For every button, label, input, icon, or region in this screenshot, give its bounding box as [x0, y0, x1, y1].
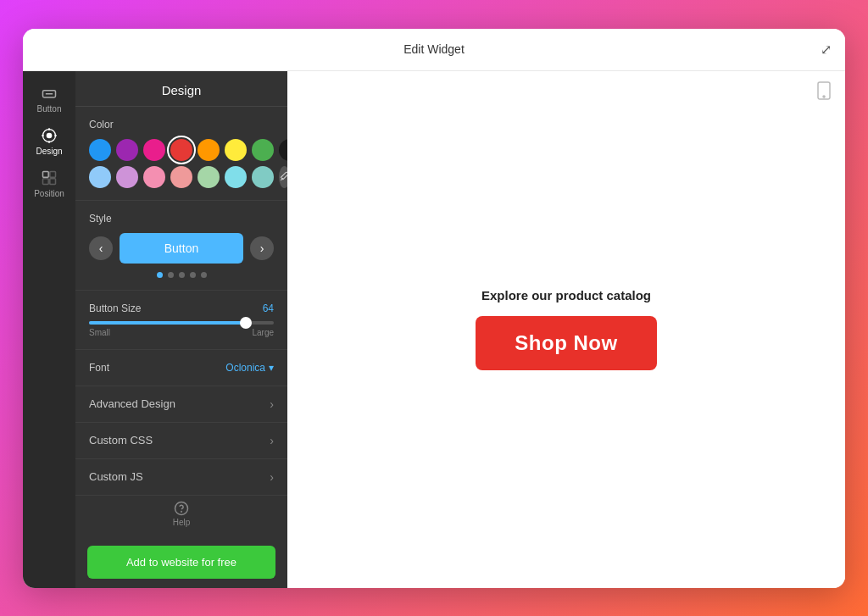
advanced-design-label: Advanced Design	[89, 397, 175, 410]
slider-thumb[interactable]	[240, 317, 252, 329]
font-name: Oclonica	[225, 362, 265, 374]
swatch-light-blue[interactable]	[89, 166, 111, 188]
carousel-next-button[interactable]: ›	[250, 236, 274, 260]
carousel-dots	[89, 272, 274, 278]
help-label: Help	[173, 518, 191, 527]
svg-point-5	[48, 141, 51, 143]
dot-4	[190, 272, 196, 278]
size-slider[interactable]	[89, 321, 274, 325]
button-size-section: Button Size 64 Small Large	[75, 291, 287, 350]
style-carousel: ‹ Button ›	[89, 233, 274, 264]
custom-js-row[interactable]: Custom JS ›	[75, 459, 287, 496]
advanced-design-row[interactable]: Advanced Design ›	[75, 386, 287, 423]
custom-css-label: Custom CSS	[89, 434, 153, 447]
svg-point-14	[181, 511, 182, 512]
style-label: Style	[89, 213, 274, 225]
swatch-black[interactable]	[279, 139, 287, 161]
swatch-purple[interactable]	[116, 139, 138, 161]
sidebar-item-design[interactable]: Design	[23, 120, 75, 163]
svg-point-7	[54, 134, 57, 136]
design-panel: Design Color	[75, 71, 287, 588]
panel-header: Design	[75, 71, 287, 107]
font-chevron: ▾	[269, 362, 274, 374]
color-row-2	[89, 166, 274, 188]
svg-rect-8	[43, 171, 49, 177]
swatch-light-cyan[interactable]	[225, 166, 247, 188]
swatch-pink[interactable]	[143, 139, 165, 161]
color-grid	[89, 139, 274, 188]
button-label: Button	[37, 104, 62, 114]
custom-css-row[interactable]: Custom CSS ›	[75, 423, 287, 459]
font-label: Font	[89, 362, 109, 374]
preview-label: Explore our product catalog	[481, 288, 651, 302]
carousel-prev-button[interactable]: ‹	[89, 236, 113, 260]
color-section: Color	[75, 107, 287, 201]
svg-rect-9	[50, 171, 56, 177]
design-label: Design	[36, 147, 62, 156]
button-size-value: 64	[263, 302, 274, 314]
mobile-icon[interactable]	[816, 81, 832, 104]
sidebar-item-position[interactable]: Position	[23, 163, 75, 205]
swatch-light-purple[interactable]	[116, 166, 138, 188]
swatch-yellow[interactable]	[225, 139, 247, 161]
main-window: Edit Widget ⤢ Button	[23, 29, 845, 588]
eyedropper-button[interactable]	[279, 166, 287, 188]
slider-large-label: Large	[252, 328, 274, 337]
custom-js-chevron: ›	[270, 470, 274, 484]
title-bar: Edit Widget ⤢	[23, 29, 845, 71]
swatch-blue[interactable]	[89, 139, 111, 161]
swatch-green[interactable]	[252, 139, 274, 161]
style-section: Style ‹ Button ›	[75, 201, 287, 291]
size-row: Button Size 64	[89, 302, 274, 314]
preview-shop-now-button[interactable]: Shop Now	[476, 316, 656, 370]
swatch-light-pink[interactable]	[143, 166, 165, 188]
slider-labels: Small Large	[89, 328, 274, 337]
swatch-light-green[interactable]	[198, 166, 220, 188]
font-section: Font Oclonica ▾	[75, 350, 287, 386]
add-to-website-button[interactable]: Add to website for free	[87, 546, 275, 579]
button-size-label: Button Size	[89, 302, 141, 314]
style-preview: Button	[120, 233, 243, 264]
svg-rect-10	[43, 178, 49, 184]
color-row-1	[89, 139, 274, 161]
content-area: Button Design	[23, 71, 845, 588]
font-row: Font Oclonica ▾	[89, 362, 274, 374]
preview-area: Explore our product catalog Shop Now	[287, 71, 845, 588]
position-label: Position	[34, 189, 64, 198]
advanced-design-chevron: ›	[270, 397, 274, 411]
title-bar-title: Edit Widget	[403, 42, 465, 56]
slider-fill	[89, 321, 246, 325]
svg-point-16	[823, 96, 825, 97]
dot-5	[201, 272, 207, 278]
swatch-orange[interactable]	[198, 139, 220, 161]
dot-1	[157, 272, 163, 278]
sidebar-item-button[interactable]: Button	[23, 78, 75, 120]
svg-point-2	[47, 132, 53, 138]
custom-css-chevron: ›	[270, 434, 274, 447]
swatch-light-red[interactable]	[170, 166, 192, 188]
svg-point-6	[42, 134, 44, 136]
svg-rect-11	[50, 178, 56, 184]
dot-3	[179, 272, 185, 278]
svg-point-4	[48, 128, 51, 130]
font-selector[interactable]: Oclonica ▾	[225, 362, 274, 374]
icon-sidebar: Button Design	[23, 71, 75, 588]
color-label: Color	[89, 119, 274, 130]
swatch-teal[interactable]	[252, 166, 274, 188]
swatch-red[interactable]	[170, 139, 192, 161]
slider-track	[89, 321, 274, 325]
expand-icon[interactable]: ⤢	[821, 42, 832, 58]
help-row[interactable]: Help	[75, 496, 287, 536]
slider-small-label: Small	[89, 328, 110, 337]
custom-js-label: Custom JS	[89, 470, 143, 483]
dot-2	[168, 272, 174, 278]
